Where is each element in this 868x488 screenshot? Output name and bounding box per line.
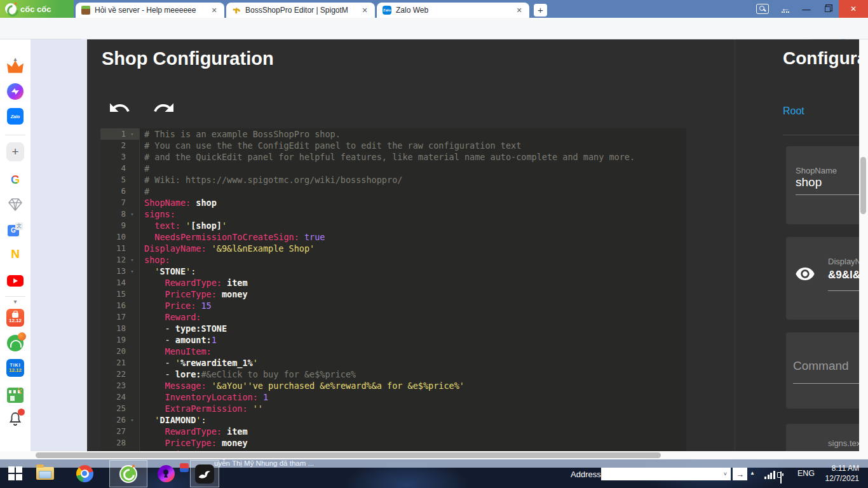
browser-toolbar: ← → ↻ https://www.spigotmc.org/resources…: [0, 18, 868, 39]
tab-zalo-web[interactable]: Zalo Zalo Web ✕: [377, 3, 529, 18]
shopee-sale-icon[interactable]: 12.12: [6, 309, 24, 327]
code-line[interactable]: 18 - type:STONE: [100, 323, 686, 334]
code-line[interactable]: 22 - lore:#&eClick to buy for &e$%price%: [100, 369, 686, 380]
code-line[interactable]: 5# Wiki: https://www.spigotmc.org/wiki/b…: [100, 174, 686, 186]
address-go-button[interactable]: →: [733, 468, 747, 480]
search-in-box-icon: [756, 4, 769, 14]
clock[interactable]: 8:11 AM 12/7/2021: [817, 463, 859, 484]
notification-bell-icon[interactable]: [6, 410, 24, 428]
code-line[interactable]: 13▾ 'STONE':: [100, 266, 686, 277]
eye-icon[interactable]: [795, 266, 815, 284]
chrome-icon[interactable]: [75, 464, 94, 483]
fold-arrow-icon[interactable]: ▾: [126, 414, 139, 426]
displayname-input[interactable]: &9&l&nExample Shop: [828, 269, 859, 281]
code-line[interactable]: 12▾shop:: [100, 254, 686, 266]
screenshot-search-button[interactable]: [754, 0, 771, 18]
coccoc-taskbar-button[interactable]: [109, 460, 147, 487]
code-line[interactable]: 4#: [100, 163, 686, 174]
code-line[interactable]: 7ShopName: shop: [100, 197, 686, 208]
close-icon[interactable]: ✕: [209, 5, 219, 15]
code-line[interactable]: 17 Reward:: [100, 311, 686, 323]
code-line[interactable]: 28 PriceType: money: [100, 437, 686, 449]
code-line[interactable]: 16 Price: 15: [100, 300, 686, 311]
horizontal-scrollbar-thumb[interactable]: [36, 452, 661, 458]
close-icon[interactable]: ✕: [360, 5, 370, 15]
bird-app-taskbar-button[interactable]: [190, 460, 219, 487]
chevron-down-icon: ˅: [724, 471, 727, 477]
tray-expand-caret[interactable]: ▲: [750, 470, 755, 476]
code-line[interactable]: 26▾ 'DIAMOND':: [100, 414, 686, 426]
close-window-button[interactable]: ✕: [839, 0, 868, 18]
input-underline: [793, 383, 859, 384]
fold-arrow-icon[interactable]: ▾: [126, 128, 139, 140]
horizontal-scrollbar[interactable]: [0, 451, 868, 459]
restore-button[interactable]: [818, 0, 837, 18]
google-icon[interactable]: G: [6, 171, 24, 189]
hidden-app-icon[interactable]: [180, 463, 189, 472]
network-signal-icon[interactable]: [764, 471, 775, 479]
code-line[interactable]: 19 - amount:1: [100, 334, 686, 346]
file-explorer-icon[interactable]: [36, 464, 55, 483]
fold-arrow-icon: [126, 186, 139, 197]
code-line[interactable]: 23 Message: '&aYou''ve purchased &e%rewa…: [100, 380, 686, 391]
code-line[interactable]: 21 - '%rewarditem_1%': [100, 357, 686, 369]
config-code-editor[interactable]: 1▾# This is an example BossShopPro shop.…: [100, 128, 686, 451]
tab-bossshoppro-editor[interactable]: BossShopPro Editor | SpigotM ✕: [226, 3, 375, 18]
address-deskband-input[interactable]: ˅: [601, 468, 731, 480]
diamond-icon[interactable]: [6, 196, 24, 214]
new-tab-button[interactable]: +: [534, 4, 547, 17]
shopname-input[interactable]: shop: [796, 175, 822, 189]
messenger-icon[interactable]: [6, 83, 24, 100]
fold-arrow-icon: [126, 243, 139, 254]
n-app-icon[interactable]: N: [6, 245, 24, 263]
code-line[interactable]: 1▾# This is an example BossShopPro shop.: [100, 128, 686, 140]
fold-arrow-icon: [126, 163, 139, 174]
fold-arrow-icon: [126, 369, 139, 380]
code-line[interactable]: 15 PriceType: money: [100, 288, 686, 300]
sidebar-divider: [5, 135, 25, 135]
hot-crown-icon[interactable]: [6, 58, 24, 76]
battery-plugged-icon[interactable]: [780, 471, 782, 484]
add-shortcut-button[interactable]: +: [6, 143, 24, 161]
tiki-sale-icon[interactable]: TIKI12.12: [6, 359, 24, 377]
quick-back-button[interactable]: ←: [776, 0, 794, 18]
scroll-down-chevron-icon[interactable]: ▾: [6, 292, 24, 310]
code-line[interactable]: 8▾signs:: [100, 208, 686, 220]
code-line[interactable]: 14 RewardType: item: [100, 277, 686, 288]
code-line[interactable]: 24 InventoryLocation: 1: [100, 391, 686, 403]
line-number: 21: [100, 357, 126, 369]
minimize-button[interactable]: —: [797, 0, 816, 18]
code-line[interactable]: 9 text: '[shop]': [100, 220, 686, 231]
fold-arrow-icon[interactable]: ▾: [126, 266, 139, 277]
vertical-scrollbar-thumb[interactable]: [860, 157, 866, 214]
close-icon[interactable]: ✕: [514, 5, 524, 15]
code-line[interactable]: 11DisplayName: '&9&l&nExample Shop': [100, 243, 686, 254]
code-line[interactable]: 20 MenuItem:: [100, 346, 686, 357]
sports-game-icon[interactable]: [6, 334, 24, 352]
youtube-icon[interactable]: [6, 272, 24, 290]
undo-button[interactable]: [108, 97, 132, 121]
firefox-focus-icon[interactable]: [156, 464, 175, 483]
zalo-icon[interactable]: Zalo: [6, 107, 24, 125]
fold-arrow-icon[interactable]: ▾: [126, 254, 139, 266]
language-indicator[interactable]: ENG: [797, 469, 815, 478]
google-translate-icon[interactable]: G 文: [6, 221, 24, 239]
command-input[interactable]: Command: [793, 359, 849, 373]
code-line[interactable]: 25 ExtraPermission: '': [100, 403, 686, 414]
line-number: 19: [100, 334, 126, 346]
code-line[interactable]: 10 NeedsPermissionToCreateSign: true: [100, 231, 686, 243]
field-label: DisplayName: [828, 257, 859, 266]
code-line[interactable]: 27 RewardType: item: [100, 426, 686, 437]
input-underline: [828, 290, 859, 291]
code-line[interactable]: 2# You can use the the ConfigEdit panel …: [100, 140, 686, 151]
code-line[interactable]: 3# and the QuickEdit panel for helpful f…: [100, 151, 686, 163]
vertical-scrollbar[interactable]: [859, 39, 868, 451]
root-breadcrumb-link[interactable]: Root: [783, 105, 804, 117]
fold-arrow-icon[interactable]: ▾: [126, 208, 139, 220]
tab-help-server[interactable]: Hỏi về server - Help meeeeee ✕: [76, 3, 224, 18]
code-line[interactable]: 6#: [100, 186, 686, 197]
redo-button[interactable]: [153, 97, 177, 121]
fold-arrow-icon: [126, 426, 139, 437]
store-icon[interactable]: [6, 386, 24, 404]
start-button[interactable]: [6, 464, 25, 483]
